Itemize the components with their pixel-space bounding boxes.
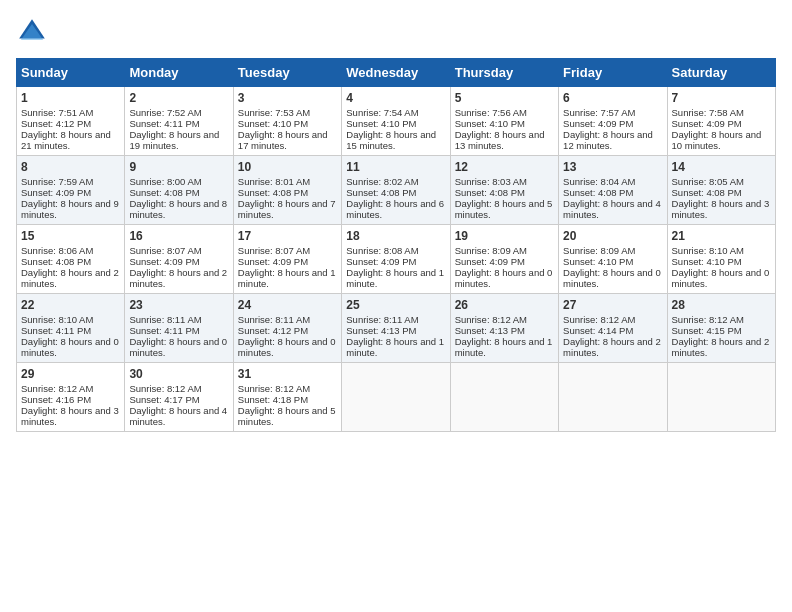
calendar-cell: 20Sunrise: 8:09 AMSunset: 4:10 PMDayligh…: [559, 225, 667, 294]
day-number: 28: [672, 298, 771, 312]
calendar-cell: 17Sunrise: 8:07 AMSunset: 4:09 PMDayligh…: [233, 225, 341, 294]
day-number: 8: [21, 160, 120, 174]
cell-info: Daylight: 8 hours and 1 minute.: [455, 336, 554, 358]
calendar-cell: 7Sunrise: 7:58 AMSunset: 4:09 PMDaylight…: [667, 87, 775, 156]
cell-info: Sunset: 4:09 PM: [238, 256, 337, 267]
cell-info: Sunset: 4:08 PM: [129, 187, 228, 198]
calendar-cell: 16Sunrise: 8:07 AMSunset: 4:09 PMDayligh…: [125, 225, 233, 294]
cell-info: Daylight: 8 hours and 19 minutes.: [129, 129, 228, 151]
cell-info: Sunrise: 8:07 AM: [129, 245, 228, 256]
day-number: 16: [129, 229, 228, 243]
calendar-week-row: 15Sunrise: 8:06 AMSunset: 4:08 PMDayligh…: [17, 225, 776, 294]
cell-info: Sunset: 4:10 PM: [455, 118, 554, 129]
cell-info: Sunset: 4:14 PM: [563, 325, 662, 336]
calendar-cell: 24Sunrise: 8:11 AMSunset: 4:12 PMDayligh…: [233, 294, 341, 363]
cell-info: Daylight: 8 hours and 1 minute.: [346, 336, 445, 358]
cell-info: Daylight: 8 hours and 1 minute.: [346, 267, 445, 289]
cell-info: Daylight: 8 hours and 7 minutes.: [238, 198, 337, 220]
cell-info: Sunset: 4:11 PM: [129, 325, 228, 336]
cell-info: Sunset: 4:08 PM: [455, 187, 554, 198]
calendar-cell: 13Sunrise: 8:04 AMSunset: 4:08 PMDayligh…: [559, 156, 667, 225]
day-number: 12: [455, 160, 554, 174]
cell-info: Sunrise: 8:09 AM: [455, 245, 554, 256]
cell-info: Sunset: 4:09 PM: [455, 256, 554, 267]
cell-info: Sunrise: 8:12 AM: [21, 383, 120, 394]
day-number: 15: [21, 229, 120, 243]
calendar-cell: 21Sunrise: 8:10 AMSunset: 4:10 PMDayligh…: [667, 225, 775, 294]
calendar-header-row: SundayMondayTuesdayWednesdayThursdayFrid…: [17, 59, 776, 87]
day-number: 30: [129, 367, 228, 381]
cell-info: Sunset: 4:09 PM: [346, 256, 445, 267]
cell-info: Daylight: 8 hours and 2 minutes.: [672, 336, 771, 358]
calendar-cell: 26Sunrise: 8:12 AMSunset: 4:13 PMDayligh…: [450, 294, 558, 363]
cell-info: Daylight: 8 hours and 0 minutes.: [129, 336, 228, 358]
calendar-cell: 11Sunrise: 8:02 AMSunset: 4:08 PMDayligh…: [342, 156, 450, 225]
day-number: 23: [129, 298, 228, 312]
calendar-cell: 9Sunrise: 8:00 AMSunset: 4:08 PMDaylight…: [125, 156, 233, 225]
calendar-cell: [450, 363, 558, 432]
cell-info: Daylight: 8 hours and 2 minutes.: [129, 267, 228, 289]
calendar-cell: 6Sunrise: 7:57 AMSunset: 4:09 PMDaylight…: [559, 87, 667, 156]
day-number: 22: [21, 298, 120, 312]
calendar-cell: 31Sunrise: 8:12 AMSunset: 4:18 PMDayligh…: [233, 363, 341, 432]
cell-info: Sunrise: 8:08 AM: [346, 245, 445, 256]
day-number: 11: [346, 160, 445, 174]
cell-info: Sunset: 4:09 PM: [672, 118, 771, 129]
calendar-week-row: 1Sunrise: 7:51 AMSunset: 4:12 PMDaylight…: [17, 87, 776, 156]
cell-info: Daylight: 8 hours and 0 minutes.: [563, 267, 662, 289]
cell-info: Daylight: 8 hours and 1 minute.: [238, 267, 337, 289]
cell-info: Daylight: 8 hours and 0 minutes.: [455, 267, 554, 289]
day-number: 9: [129, 160, 228, 174]
cell-info: Daylight: 8 hours and 6 minutes.: [346, 198, 445, 220]
cell-info: Sunset: 4:12 PM: [238, 325, 337, 336]
calendar-day-header: Thursday: [450, 59, 558, 87]
page-header: [16, 16, 776, 48]
cell-info: Sunrise: 8:12 AM: [129, 383, 228, 394]
cell-info: Sunset: 4:16 PM: [21, 394, 120, 405]
calendar-cell: 27Sunrise: 8:12 AMSunset: 4:14 PMDayligh…: [559, 294, 667, 363]
cell-info: Sunrise: 8:11 AM: [346, 314, 445, 325]
cell-info: Sunrise: 7:56 AM: [455, 107, 554, 118]
cell-info: Daylight: 8 hours and 3 minutes.: [21, 405, 120, 427]
calendar-cell: [342, 363, 450, 432]
day-number: 25: [346, 298, 445, 312]
calendar-day-header: Sunday: [17, 59, 125, 87]
logo-icon: [16, 16, 48, 48]
calendar-day-header: Monday: [125, 59, 233, 87]
cell-info: Daylight: 8 hours and 10 minutes.: [672, 129, 771, 151]
day-number: 18: [346, 229, 445, 243]
day-number: 4: [346, 91, 445, 105]
calendar-cell: 15Sunrise: 8:06 AMSunset: 4:08 PMDayligh…: [17, 225, 125, 294]
calendar-day-header: Wednesday: [342, 59, 450, 87]
calendar-cell: 12Sunrise: 8:03 AMSunset: 4:08 PMDayligh…: [450, 156, 558, 225]
calendar-cell: 5Sunrise: 7:56 AMSunset: 4:10 PMDaylight…: [450, 87, 558, 156]
cell-info: Sunrise: 7:54 AM: [346, 107, 445, 118]
calendar-cell: 23Sunrise: 8:11 AMSunset: 4:11 PMDayligh…: [125, 294, 233, 363]
day-number: 24: [238, 298, 337, 312]
calendar-cell: 19Sunrise: 8:09 AMSunset: 4:09 PMDayligh…: [450, 225, 558, 294]
day-number: 6: [563, 91, 662, 105]
cell-info: Sunrise: 7:58 AM: [672, 107, 771, 118]
cell-info: Sunset: 4:08 PM: [672, 187, 771, 198]
day-number: 1: [21, 91, 120, 105]
day-number: 3: [238, 91, 337, 105]
calendar-cell: 18Sunrise: 8:08 AMSunset: 4:09 PMDayligh…: [342, 225, 450, 294]
cell-info: Sunrise: 8:12 AM: [455, 314, 554, 325]
calendar-day-header: Saturday: [667, 59, 775, 87]
cell-info: Sunset: 4:08 PM: [563, 187, 662, 198]
day-number: 13: [563, 160, 662, 174]
cell-info: Sunset: 4:15 PM: [672, 325, 771, 336]
calendar-table: SundayMondayTuesdayWednesdayThursdayFrid…: [16, 58, 776, 432]
cell-info: Sunrise: 7:53 AM: [238, 107, 337, 118]
day-number: 19: [455, 229, 554, 243]
day-number: 20: [563, 229, 662, 243]
day-number: 14: [672, 160, 771, 174]
calendar-cell: 10Sunrise: 8:01 AMSunset: 4:08 PMDayligh…: [233, 156, 341, 225]
calendar-cell: 1Sunrise: 7:51 AMSunset: 4:12 PMDaylight…: [17, 87, 125, 156]
calendar-cell: 22Sunrise: 8:10 AMSunset: 4:11 PMDayligh…: [17, 294, 125, 363]
cell-info: Sunset: 4:08 PM: [238, 187, 337, 198]
cell-info: Sunset: 4:10 PM: [563, 256, 662, 267]
cell-info: Daylight: 8 hours and 2 minutes.: [21, 267, 120, 289]
cell-info: Daylight: 8 hours and 4 minutes.: [563, 198, 662, 220]
cell-info: Sunrise: 7:59 AM: [21, 176, 120, 187]
